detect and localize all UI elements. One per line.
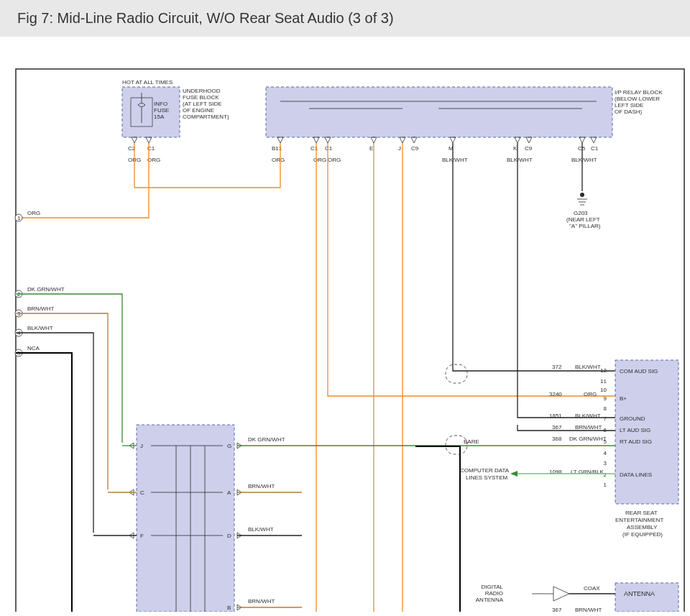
svg-text:6: 6 bbox=[604, 427, 607, 433]
svg-text:372: 372 bbox=[552, 364, 562, 370]
shield-icon bbox=[446, 364, 467, 383]
svg-text:LEFT SIDE: LEFT SIDE bbox=[615, 102, 643, 109]
svg-text:BRN/WHT: BRN/WHT bbox=[248, 483, 275, 489]
svg-text:J: J bbox=[140, 443, 143, 449]
svg-text:ORG: ORG bbox=[27, 210, 40, 216]
svg-text:RT AUD SIG: RT AUD SIG bbox=[620, 438, 652, 445]
svg-text:G: G bbox=[227, 443, 231, 449]
circuit-nums: 372 BLK/WHT 3240 ORG 1851 BLK/WHT 367 BR… bbox=[549, 364, 607, 612]
diagram-canvas: INFO FUSE 15A HOT AT ALL TIMES UNDERHOOD… bbox=[0, 37, 690, 612]
svg-text:D: D bbox=[227, 533, 231, 539]
svg-text:COMPARTMENT): COMPARTMENT) bbox=[183, 114, 229, 120]
svg-text:REAR SEAT: REAR SEAT bbox=[625, 510, 658, 516]
antenna-block bbox=[615, 583, 678, 612]
svg-text:UNDERHOOD: UNDERHOOD bbox=[183, 88, 221, 94]
svg-text:GROUND: GROUND bbox=[620, 415, 645, 422]
svg-text:12: 12 bbox=[600, 367, 607, 374]
svg-text:ORG: ORG bbox=[584, 391, 597, 397]
svg-text:1: 1 bbox=[604, 482, 607, 488]
svg-text:C9: C9 bbox=[411, 145, 419, 152]
svg-text:INFO: INFO bbox=[154, 101, 167, 107]
arrow-left-icon bbox=[510, 471, 518, 477]
svg-text:LT GRN/BLK: LT GRN/BLK bbox=[571, 469, 604, 475]
svg-text:ANTENNA: ANTENNA bbox=[476, 597, 504, 603]
svg-text:LINES SYSTEM: LINES SYSTEM bbox=[466, 474, 508, 481]
svg-text:DK GRN/WHT: DK GRN/WHT bbox=[569, 436, 607, 442]
svg-text:BRN/WHT: BRN/WHT bbox=[248, 598, 275, 604]
ip-relay-block bbox=[266, 87, 612, 137]
svg-text:BLK/WHT: BLK/WHT bbox=[571, 157, 597, 163]
wire-dkgrn bbox=[16, 294, 122, 443]
svg-text:F: F bbox=[140, 533, 144, 539]
svg-text:COM AUD SIG: COM AUD SIG bbox=[620, 368, 658, 374]
svg-text:ANTENNA: ANTENNA bbox=[624, 590, 655, 597]
svg-text:C9: C9 bbox=[525, 145, 533, 152]
svg-text:K: K bbox=[513, 145, 518, 152]
svg-text:1851: 1851 bbox=[549, 413, 562, 419]
svg-text:C: C bbox=[140, 489, 144, 496]
svg-text:BLK/WHT: BLK/WHT bbox=[248, 526, 274, 533]
svg-text:3: 3 bbox=[604, 460, 607, 466]
svg-text:BRN/WHT: BRN/WHT bbox=[575, 424, 602, 431]
svg-text:ORG: ORG bbox=[147, 157, 160, 163]
svg-text:7: 7 bbox=[604, 415, 607, 422]
svg-text:J: J bbox=[398, 145, 401, 152]
svg-text:FUSE BLOCK: FUSE BLOCK bbox=[183, 94, 219, 101]
svg-text:BLK/WHT: BLK/WHT bbox=[507, 157, 533, 163]
svg-text:BLK/WHT: BLK/WHT bbox=[575, 413, 601, 419]
svg-text:(IF EQUIPPED): (IF EQUIPPED) bbox=[622, 531, 663, 538]
svg-text:OF DASH): OF DASH) bbox=[615, 109, 643, 115]
page-title: Fig 7: Mid-Line Radio Circuit, W/O Rear … bbox=[0, 0, 690, 37]
svg-text:ORG: ORG bbox=[313, 157, 326, 163]
svg-text:8: 8 bbox=[604, 405, 607, 412]
svg-text:DATA LINES: DATA LINES bbox=[620, 472, 652, 478]
svg-text:11: 11 bbox=[600, 378, 607, 385]
svg-text:DK GRN/WHT: DK GRN/WHT bbox=[27, 286, 65, 293]
svg-text:1098: 1098 bbox=[549, 469, 562, 475]
title-text: Fig 7: Mid-Line Radio Circuit, W/O Rear … bbox=[17, 10, 394, 26]
splice-block bbox=[137, 425, 234, 612]
svg-text:BLK/WHT: BLK/WHT bbox=[575, 364, 601, 370]
svg-text:BLK/WHT: BLK/WHT bbox=[27, 325, 53, 331]
svg-text:COMPUTER DATA: COMPUTER DATA bbox=[460, 467, 510, 474]
svg-text:G203: G203 bbox=[574, 210, 588, 216]
svg-text:368: 368 bbox=[552, 436, 562, 442]
svg-text:OF ENGINE: OF ENGINE bbox=[183, 107, 214, 114]
ground-icon bbox=[580, 193, 584, 197]
svg-text:A: A bbox=[227, 489, 231, 496]
svg-text:367: 367 bbox=[552, 607, 562, 612]
svg-text:B: B bbox=[227, 604, 231, 611]
svg-text:C1: C1 bbox=[325, 145, 333, 152]
svg-text:ENTERTAINMENT: ENTERTAINMENT bbox=[615, 517, 663, 523]
svg-text:I/P RELAY BLOCK: I/P RELAY BLOCK bbox=[615, 89, 663, 96]
svg-text:BLK/WHT: BLK/WHT bbox=[442, 157, 468, 163]
svg-text:DIGITAL: DIGITAL bbox=[481, 584, 503, 590]
svg-text:10: 10 bbox=[600, 387, 607, 393]
svg-text:E: E bbox=[369, 145, 373, 152]
svg-text:4: 4 bbox=[604, 450, 607, 456]
svg-text:B+: B+ bbox=[620, 395, 627, 402]
svg-text:HOT AT ALL TIMES: HOT AT ALL TIMES bbox=[122, 79, 172, 86]
wire-org-1 bbox=[16, 143, 149, 218]
svg-text:NCA: NCA bbox=[27, 345, 40, 351]
svg-text:2: 2 bbox=[604, 472, 607, 478]
svg-text:DK GRN/WHT: DK GRN/WHT bbox=[248, 436, 285, 443]
svg-text:COAX: COAX bbox=[584, 585, 600, 592]
svg-text:(NEAR LEFT: (NEAR LEFT bbox=[566, 216, 600, 223]
svg-text:ORG: ORG bbox=[328, 157, 341, 163]
svg-text:3240: 3240 bbox=[549, 391, 562, 397]
svg-text:"A" PILLAR): "A" PILLAR) bbox=[569, 223, 601, 229]
svg-text:RADIO: RADIO bbox=[485, 590, 503, 597]
svg-text:(BELOW LOWER: (BELOW LOWER bbox=[615, 96, 660, 102]
relay-pins: B11 ORG C1 C1 ORG ORG E J C9 M BLK/WHT K… bbox=[272, 137, 599, 163]
svg-text:FUSE: FUSE bbox=[154, 107, 169, 114]
svg-text:BRN/WHT: BRN/WHT bbox=[27, 305, 54, 312]
svg-text:LT AUD SIG: LT AUD SIG bbox=[620, 427, 650, 433]
svg-text:15A: 15A bbox=[154, 114, 165, 120]
svg-text:C1: C1 bbox=[591, 145, 599, 152]
svg-text:ASSEMBLY: ASSEMBLY bbox=[627, 524, 658, 530]
svg-text:ORG: ORG bbox=[272, 157, 285, 163]
svg-text:1: 1 bbox=[17, 215, 21, 221]
antenna-icon bbox=[553, 587, 569, 601]
svg-text:9: 9 bbox=[604, 395, 607, 402]
